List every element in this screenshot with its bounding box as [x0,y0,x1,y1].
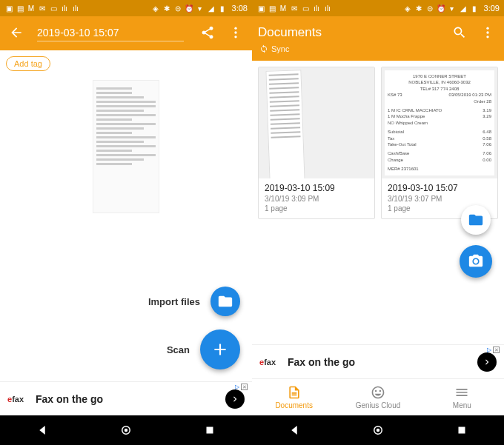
svg-point-0 [234,27,236,30]
import-files-fab[interactable] [210,287,240,316]
page-thumbnail[interactable] [93,80,159,213]
svg-point-2 [234,36,236,38]
diamond-icon: ◈ [403,4,412,13]
statusbar-time: 3:09 [484,4,500,13]
fab-stack: Import files Scan [148,287,240,369]
card-date: 3/10/19 3:09 PM [265,195,368,203]
gmail-icon: M [279,4,288,13]
camera-scan-fab[interactable] [460,245,492,278]
bars-icon: ılı [323,4,332,13]
svg-point-8 [486,36,488,38]
ad-close-icon: ✕ [241,384,248,390]
scan-fab[interactable] [200,329,240,369]
ad-close-icon: ✕ [493,347,500,353]
ad-logo: efax [7,395,24,404]
nav-home-button[interactable] [111,420,141,441]
overflow-menu-button[interactable] [225,22,246,43]
sync-button[interactable]: Sync [258,44,498,53]
diamond-icon: ◈ [151,4,160,13]
gmail-icon: M [27,4,36,13]
nav-recents-button[interactable] [195,420,225,441]
svg-point-7 [486,31,488,33]
android-navbar [0,415,252,445]
notif-icon: ▣ [256,4,265,13]
bars-icon: ılı [312,4,321,13]
ad-cta-button[interactable] [477,352,497,372]
nav-home-button[interactable] [363,420,393,441]
document-card[interactable]: 2019-03-10 15:09 3/10/19 3:09 PM 1 page [258,67,375,219]
alarm-icon: ⏰ [185,4,193,13]
tab-label: Menu [453,401,471,409]
mail-icon: ✉ [38,4,47,13]
ad-text: Fax on the go [36,393,103,405]
notif-icon: ▤ [16,4,24,13]
folder-icon [468,212,484,228]
svg-rect-5 [207,427,213,434]
new-folder-fab[interactable] [461,205,491,235]
tab-label: Genius Cloud [356,401,401,409]
screen-document-detail: ▣ ▤ M ✉ ▭ ılı ılı ◈ ✱ ⊝ ⏰ ▾ ◢ ▮ 3:08 [0,0,252,445]
import-files-label: Import files [148,296,200,307]
ad-logo: efax [259,358,276,367]
add-tag-button[interactable]: Add tag [6,56,50,71]
screen-documents-list: ▣ ▤ M ✉ ▭ ılı ılı ◈ ✱ ⊝ ⏰ ▾ ◢ ▮ 3:09 Doc… [252,0,504,445]
tab-documents[interactable]: Documents [252,379,336,415]
wifi-icon: ▾ [448,4,457,13]
overflow-menu-button[interactable] [477,22,498,43]
alarm-icon: ⏰ [437,4,445,13]
svg-point-10 [377,429,380,432]
svg-point-6 [486,27,488,30]
notif-icon: ▤ [268,4,276,13]
search-button[interactable] [449,22,470,43]
ad-banner[interactable]: efax Fax on the go ▷✕ [0,381,252,415]
document-body: Add tag Import files Scan [0,50,252,381]
bluetooth-icon: ✱ [162,4,171,13]
folder-icon [217,293,233,310]
tab-genius-cloud[interactable]: Genius Cloud [336,379,420,415]
card-pages: 1 page [265,204,368,213]
documents-body: 2019-03-10 15:09 3/10/19 3:09 PM 1 page … [252,61,504,344]
documents-tab-icon [287,385,302,400]
status-bar: ▣ ▤ M ✉ ▭ ılı ılı ◈ ✱ ⊝ ⏰ ▾ ◢ ▮ 3:08 [0,0,252,16]
document-card[interactable]: 1970 E CONNER STREET NOBLESVILLE, IN 460… [381,67,498,219]
card-date: 3/10/19 3:07 PM [388,195,491,203]
sync-icon [259,44,268,53]
app-bar [0,16,252,50]
mail-icon: ✉ [290,4,299,13]
ad-cta-button[interactable] [225,389,245,409]
bars-icon: ılı [60,4,69,13]
adchoices-badge[interactable]: ▷✕ [235,384,248,390]
tab-menu[interactable]: Menu [420,379,504,415]
battery-icon: ▮ [470,4,479,13]
battery-icon: ▮ [218,4,227,13]
folder-icon: ▭ [49,4,58,13]
notif-icon: ▣ [4,4,13,13]
menu-icon [454,385,469,400]
chevron-right-icon [230,394,240,404]
share-button[interactable] [197,22,218,43]
nav-recents-button[interactable] [447,420,477,441]
smiley-icon [371,385,385,400]
svg-rect-11 [459,427,465,434]
page-title: Documents [258,25,442,40]
dnd-icon: ⊝ [173,4,182,13]
nav-back-button[interactable] [279,420,309,441]
app-bar: Documents Sync [252,16,504,61]
card-title: 2019-03-10 15:07 [388,183,491,193]
bottom-tabs: Documents Genius Cloud Menu [252,378,504,415]
back-button[interactable] [6,22,27,43]
wifi-icon: ▾ [196,4,205,13]
signal-icon: ◢ [459,4,468,13]
search-icon [452,25,467,40]
camera-icon [468,253,484,270]
ad-banner[interactable]: efax Fax on the go ▷✕ [252,344,504,378]
card-title: 2019-03-10 15:09 [265,183,368,193]
adchoices-badge[interactable]: ▷✕ [487,347,500,353]
sync-label: Sync [271,44,289,53]
nav-back-button[interactable] [27,420,57,441]
signal-icon: ◢ [207,4,216,13]
svg-point-4 [125,429,128,432]
document-title-input[interactable] [37,24,184,41]
document-thumbnail: 1970 E CONNER STREET NOBLESVILLE, IN 460… [382,67,497,178]
plus-icon [210,340,230,359]
